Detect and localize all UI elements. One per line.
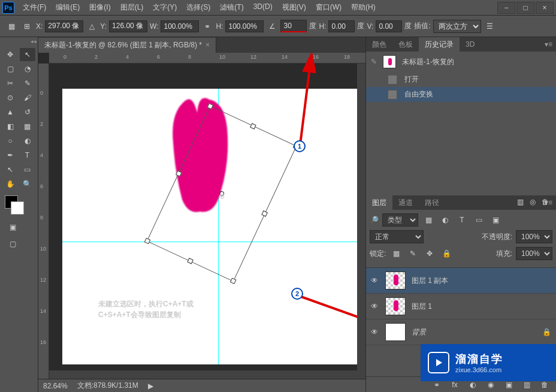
options-bar: ▦ ⊞ X: △ Y: W: ⚭ H: ∠ 度 H: 度 V: 度 插值: 两次… (0, 16, 556, 37)
menu-v[interactable]: 视图(V) (277, 0, 311, 15)
panel-tab[interactable]: 3D (460, 38, 481, 51)
lock-all-icon[interactable]: 🔒 (440, 247, 453, 260)
warp-mode-icon[interactable]: ☰ (484, 20, 497, 33)
lock-transparent-icon[interactable]: ▦ (389, 247, 403, 260)
eyedropper-tool[interactable]: ✎ (20, 77, 35, 90)
lock-position-icon[interactable]: ✥ (423, 247, 436, 260)
delete-state-icon[interactable]: 🗑 (542, 198, 549, 206)
close-button[interactable]: × (536, 2, 554, 14)
filter-type-icon[interactable]: T (455, 213, 469, 227)
new-snapshot-icon[interactable]: ▥ (517, 198, 524, 206)
canvas[interactable]: ⊕ 未建立选区时，执行C+A+T或 C+S+A+T会导致图层复制 (62, 89, 362, 364)
angle-input[interactable] (280, 20, 307, 32)
gradient-tool[interactable]: ▦ (20, 120, 35, 133)
handle-e[interactable] (261, 210, 268, 217)
history-brush-icon[interactable]: ✎ (371, 58, 377, 66)
color-swatches[interactable] (2, 195, 35, 217)
opacity-select[interactable]: 100% (516, 230, 552, 243)
type-tool[interactable]: T (20, 149, 35, 162)
handle-se[interactable] (230, 278, 237, 284)
history-item[interactable]: 自由变换 (366, 87, 556, 102)
zoom-display[interactable]: 82.64% (43, 382, 68, 390)
document-tab[interactable]: 未标题-1-恢复的 @ 82.6% (图层 1 副本, RGB/8) * × (38, 38, 216, 53)
zoom-tool[interactable]: 🔍 (20, 177, 35, 191)
visibility-icon[interactable]: 👁 (371, 328, 379, 336)
screen-mode-icon[interactable]: ▢ (5, 237, 20, 251)
lasso-tool[interactable]: ◔ (20, 62, 35, 76)
menu-f[interactable]: 文件(F) (18, 0, 51, 15)
panel-tab[interactable]: 颜色 (366, 37, 392, 52)
skew-h-input[interactable] (328, 20, 355, 32)
x-input[interactable] (45, 20, 83, 32)
interp-select[interactable]: 两次立方 (433, 20, 481, 33)
background-color-swatch[interactable] (11, 201, 24, 215)
filter-shape-icon[interactable]: ▭ (472, 213, 485, 227)
menu-dd[interactable]: 3D(D) (249, 0, 277, 15)
tab-close-icon[interactable]: × (206, 41, 210, 49)
filter-icon[interactable]: 🔎 (370, 216, 379, 224)
maximize-button[interactable]: □ (516, 2, 534, 14)
menu-e[interactable]: 编辑(E) (51, 0, 84, 15)
menu-i[interactable]: 图像(I) (84, 0, 115, 15)
visibility-icon[interactable]: 👁 (371, 276, 379, 285)
filter-kind-select[interactable]: 类型 (382, 213, 418, 227)
scrollbar-vertical[interactable] (357, 64, 365, 379)
skew-v-input[interactable] (376, 20, 402, 32)
history-snapshot-thumb[interactable] (383, 55, 396, 68)
marquee-tool[interactable]: ▢ (2, 62, 18, 76)
filter-smart-icon[interactable]: ▣ (489, 213, 502, 227)
pen-tool[interactable]: ✒ (2, 149, 18, 162)
filter-pixel-icon[interactable]: ▦ (422, 213, 435, 227)
menu-l[interactable]: 图层(L) (116, 0, 149, 15)
new-doc-from-state-icon[interactable]: ◎ (530, 198, 536, 206)
panel-tab[interactable]: 通道 (392, 195, 419, 210)
layer-row[interactable]: 👁图层 1 副本 (366, 268, 556, 294)
handle-n[interactable] (250, 123, 256, 129)
y-input[interactable] (109, 20, 147, 32)
history-brush-tool[interactable]: ↺ (20, 105, 35, 119)
layer-row[interactable]: 👁图层 1 (366, 294, 556, 319)
h-input[interactable] (225, 20, 264, 32)
minimize-button[interactable]: − (497, 2, 515, 14)
layer-row[interactable]: 👁背景🔒 (366, 319, 556, 345)
lock-pixels-icon[interactable]: ✎ (406, 247, 419, 260)
status-arrow-icon[interactable]: ▶ (148, 382, 153, 390)
move-tool-active[interactable]: ↖ (20, 48, 35, 61)
stamp-tool[interactable]: ▲ (2, 105, 18, 119)
visibility-icon[interactable]: 👁 (371, 302, 379, 310)
menu-t[interactable]: 滤镜(T) (215, 0, 248, 15)
move-tool[interactable]: ✥ (2, 48, 18, 61)
panel-tab[interactable]: 历史记录 (419, 37, 460, 52)
panel-tab[interactable]: 图层 (366, 195, 392, 210)
panel-tab[interactable]: 路径 (419, 195, 445, 210)
hand-tool[interactable]: ✋ (2, 177, 18, 191)
handle-sw[interactable] (144, 238, 151, 245)
handle-center[interactable]: ⊕ (219, 191, 225, 197)
w-input[interactable] (161, 20, 199, 32)
quick-mask-icon[interactable]: ▣ (5, 221, 20, 234)
blur-tool[interactable]: ○ (2, 134, 18, 147)
panel-tab[interactable]: 色板 (392, 37, 419, 52)
crop-tool[interactable]: ✂ (2, 77, 18, 90)
panel-menu-icon[interactable]: ▾≡ (541, 39, 556, 50)
reference-point-icon[interactable]: ⊞ (20, 20, 34, 33)
menu-y[interactable]: 文字(Y) (148, 0, 182, 15)
handle-w[interactable] (176, 170, 182, 177)
menu-s[interactable]: 选择(S) (182, 0, 215, 15)
menu-w[interactable]: 窗口(W) (311, 0, 346, 15)
fill-select[interactable]: 100% (516, 247, 552, 260)
path-selection-tool[interactable]: ↖ (2, 163, 18, 176)
eraser-tool[interactable]: ◧ (2, 120, 18, 133)
healing-brush-tool[interactable]: ⊙ (2, 91, 18, 104)
history-item[interactable]: 打开 (366, 72, 556, 87)
menu-h[interactable]: 帮助(H) (346, 0, 380, 15)
filter-adjust-icon[interactable]: ◐ (439, 213, 452, 227)
link-wh-icon[interactable]: ⚭ (201, 20, 213, 32)
tools-collapse-icon[interactable]: ◂◂ (31, 38, 37, 44)
handle-s[interactable] (187, 258, 194, 264)
shape-tool[interactable]: ▭ (20, 163, 35, 176)
scrollbar-horizontal[interactable] (49, 370, 357, 379)
blend-mode-select[interactable]: 正常 (370, 230, 424, 243)
brush-tool[interactable]: 🖌 (20, 91, 35, 104)
dodge-tool[interactable]: ◐ (20, 134, 35, 147)
